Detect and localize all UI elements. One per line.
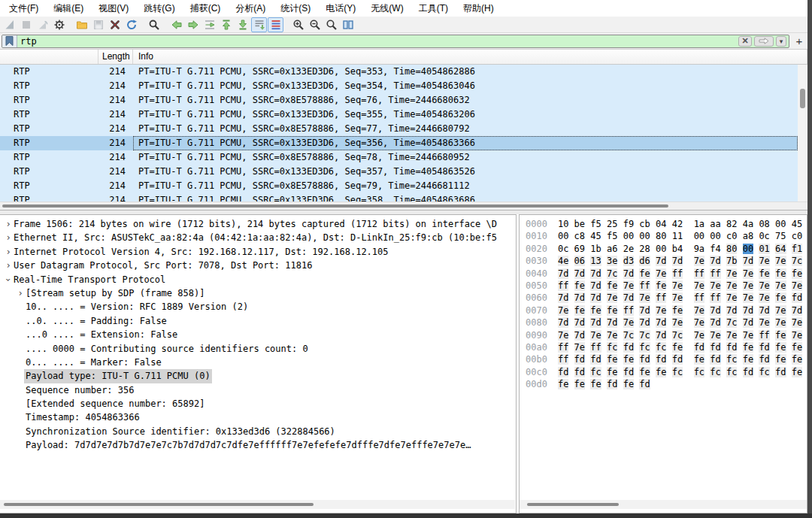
menu-item-7[interactable]: 电话(Y) (318, 1, 363, 17)
cell-protocol[interactable]: RTP (0, 165, 98, 179)
hex-byte[interactable]: 7d (759, 305, 769, 316)
detail-line[interactable]: ..0. .... = Padding: False (0, 314, 516, 328)
hex-byte[interactable]: 7e (558, 305, 568, 316)
hex-byte[interactable]: fe (759, 268, 769, 279)
hex-byte[interactable]: 9a (694, 244, 704, 254)
detail-text[interactable]: Timestamp: 4054863366 (26, 410, 140, 424)
detail-line[interactable]: Synchronization Source identifier: 0x133… (0, 425, 516, 438)
hex-byte[interactable]: 75 (775, 231, 786, 241)
cell-protocol[interactable]: RTP (0, 136, 98, 150)
hex-byte[interactable]: 7e (710, 280, 720, 291)
cell-length[interactable]: 214 (98, 179, 133, 193)
hex-byte[interactable]: 45 (792, 219, 802, 229)
hex-byte[interactable]: f9 (623, 219, 634, 229)
collapse-icon[interactable]: › (2, 274, 15, 285)
hex-byte[interactable]: 00 (694, 231, 704, 241)
detail-text[interactable]: User Datagram Protocol, Src Port: 7078, … (14, 259, 312, 272)
scrollbar-handle[interactable] (800, 89, 805, 108)
hex-byte[interactable]: ff (694, 268, 704, 279)
hex-byte[interactable]: fe (639, 268, 650, 279)
menu-item-4[interactable]: 捕获(C) (183, 1, 229, 17)
colorize-icon[interactable] (268, 17, 283, 32)
hex-byte[interactable]: 64 (775, 244, 786, 254)
hex-byte[interactable]: 7e (775, 280, 786, 291)
scrollbar-handle[interactable] (4, 503, 314, 506)
hex-byte[interactable]: 7e (656, 268, 666, 279)
detail-line[interactable]: ›[Stream setup by SDP (frame 858)] (0, 286, 516, 300)
hex-byte[interactable]: 7e (743, 330, 753, 341)
cell-protocol[interactable]: RTP (0, 79, 98, 93)
hex-byte[interactable]: a6 (607, 244, 617, 254)
detail-text[interactable]: [Stream setup by SDP (frame 858)] (26, 286, 205, 300)
hex-byte[interactable]: 0c (759, 231, 769, 241)
hex-byte[interactable]: fd (623, 367, 634, 377)
hex-byte[interactable]: fd (775, 367, 786, 377)
cell-protocol[interactable]: RTP (0, 93, 98, 108)
table-row[interactable]: RTP214PT=ITU-T G.711 PCMU, SSRC=0x133ED3… (0, 136, 798, 150)
hex-byte[interactable]: 3e (607, 256, 617, 266)
cell-length[interactable]: 214 (98, 65, 133, 79)
column-header-protocol[interactable] (0, 50, 98, 64)
hex-byte[interactable]: 28 (639, 244, 650, 254)
hex-byte[interactable]: 7e (743, 280, 753, 291)
hex-byte[interactable]: 7d (710, 256, 720, 266)
detail-line[interactable]: ...0 .... = Extension: False (0, 328, 516, 341)
hex-byte[interactable]: fe (672, 305, 683, 316)
hex-byte[interactable]: fe (623, 354, 634, 365)
hex-byte[interactable]: fd (759, 342, 769, 353)
column-header-info[interactable]: Info (133, 50, 807, 64)
detail-line[interactable]: 10.. .... = Version: RFC 1889 Version (2… (0, 300, 516, 314)
find-packet-icon[interactable] (146, 17, 162, 32)
hex-byte[interactable]: 7d (590, 280, 601, 291)
detail-line[interactable]: Sequence number: 356 (0, 383, 516, 397)
hex-byte[interactable]: f1 (792, 244, 802, 254)
filter-bookmark-button[interactable] (2, 35, 17, 47)
hex-byte[interactable]: fd (672, 354, 683, 365)
detail-text[interactable]: Sequence number: 356 (26, 383, 135, 397)
hex-byte[interactable]: 25 (607, 219, 617, 229)
hex-byte[interactable]: fe (743, 354, 753, 365)
hex-byte[interactable]: fd (792, 292, 802, 303)
hex-byte[interactable]: be (574, 219, 585, 229)
hex-byte[interactable]: ff (656, 292, 666, 303)
detail-line[interactable]: Payload type: ITU-T G.711 PCMU (0) (0, 369, 516, 383)
hex-byte[interactable]: 06 (574, 256, 585, 266)
hex-byte[interactable]: 7e (694, 330, 704, 341)
hex-byte[interactable]: fd (574, 367, 585, 377)
hex-byte[interactable]: fe (775, 354, 786, 365)
cell-length[interactable]: 214 (98, 108, 133, 122)
cell-info[interactable]: PT=ITU-T G.711 PCMU, SSRC=0x133ED3D6, Se… (133, 136, 798, 150)
cell-length[interactable]: 214 (98, 193, 133, 201)
hex-byte[interactable]: 7e (726, 330, 737, 341)
hex-byte[interactable]: ff (558, 342, 568, 353)
hex-byte[interactable]: fe (694, 354, 704, 365)
table-row[interactable]: RTP214PT=ITU-T G.711 PCMU, SSRC=0x8E5788… (0, 93, 798, 108)
hex-byte[interactable]: fe (558, 379, 568, 389)
hex-byte[interactable]: 7e (672, 280, 683, 291)
hex-byte[interactable]: 7c (726, 317, 737, 328)
detail-line[interactable]: ›Ethernet II, Src: ASUSTekC_aa:82:4a (04… (0, 231, 516, 244)
hex-byte[interactable]: 7e (558, 330, 568, 341)
hex-byte[interactable]: 7e (710, 330, 720, 341)
detail-text[interactable]: [Extended sequence number: 65892] (26, 397, 205, 410)
cell-protocol[interactable]: RTP (0, 150, 98, 165)
detail-line[interactable]: ›Internet Protocol Version 4, Src: 192.1… (0, 245, 516, 259)
filter-dropdown-caret[interactable]: ▾ (776, 36, 786, 47)
hex-byte[interactable]: fd (607, 379, 617, 389)
filter-clear-button[interactable]: ✕ (738, 36, 752, 47)
hex-byte[interactable]: 7e (759, 280, 769, 291)
detail-text[interactable]: ..0. .... = Padding: False (26, 314, 167, 328)
hex-byte[interactable]: fe (792, 367, 802, 377)
go-forward-icon[interactable] (185, 17, 201, 32)
menu-item-2[interactable]: 视图(V) (91, 1, 136, 17)
hex-byte[interactable]: fd (726, 342, 737, 353)
table-row[interactable]: RTP214PT=ITU-T G.711 PCMU, SSRC=0x8E5788… (0, 179, 798, 193)
hex-byte[interactable]: ff (558, 280, 568, 291)
hex-byte[interactable]: d3 (623, 256, 634, 266)
hex-byte[interactable]: 1a (694, 219, 704, 229)
hex-byte[interactable]: 7d (623, 268, 634, 279)
hex-byte[interactable]: ff (558, 354, 568, 365)
hex-byte[interactable]: 7d (710, 317, 720, 328)
hex-byte[interactable]: 11 (672, 231, 683, 241)
hex-byte[interactable]: fc (726, 367, 737, 377)
